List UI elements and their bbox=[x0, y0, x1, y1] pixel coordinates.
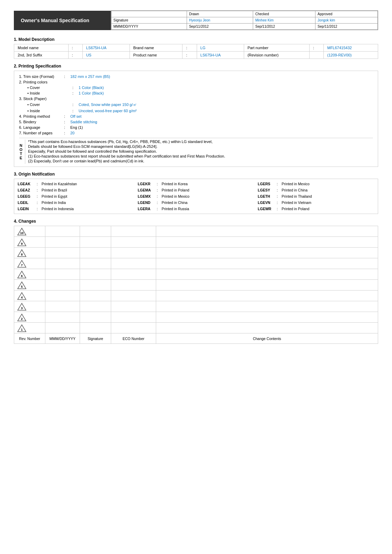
colon-lgema: : bbox=[157, 188, 162, 192]
code-lgers: LGERS bbox=[258, 182, 277, 186]
drawn-date: Sep/11/2012 bbox=[187, 24, 253, 30]
location-lgesy: Printed in China bbox=[282, 188, 308, 192]
colon-lgevn: : bbox=[277, 200, 282, 205]
rev-triangle-9: 9 bbox=[17, 238, 27, 246]
section4-title: 4. Changes bbox=[14, 219, 378, 224]
content-cell bbox=[156, 280, 378, 291]
date-label: MMM/DD/YYYY bbox=[111, 24, 187, 30]
triangle-icon: 6 bbox=[17, 270, 27, 279]
sig-cell bbox=[80, 312, 111, 323]
bindery-value: Saddle stitching bbox=[70, 120, 97, 124]
note-line-4: (1) Eco-hazardous substances test report… bbox=[28, 154, 225, 158]
triangle-icon: 7 bbox=[17, 260, 27, 268]
spec-trim-size: 1. Trim size (Format) : 182 mm x 257 mm … bbox=[19, 74, 373, 79]
model-name-label: Model name bbox=[14, 44, 69, 52]
location-lgevn: Printed in Vietnam bbox=[282, 200, 311, 205]
printing-spec-box: 1. Trim size (Format) : 182 mm x 257 mm … bbox=[14, 71, 378, 167]
svg-text:5: 5 bbox=[21, 285, 23, 288]
spec-pages: 7. Number of pages : 20 bbox=[19, 130, 373, 136]
signature-label: Signature bbox=[111, 17, 187, 24]
stock-cover-label: • Cover bbox=[27, 102, 72, 107]
content-cell bbox=[156, 269, 378, 280]
table-row: 2nd, 3rd Suffix : US Product name : LS67… bbox=[14, 52, 378, 59]
rev-triangle-3: 3 bbox=[17, 303, 27, 310]
revision-value: (1209-REV00) bbox=[323, 52, 378, 59]
stock-inside-colon: : bbox=[72, 109, 79, 113]
changes-footer: Rev. Number MMM/DD/YYYY Signature ECO Nu… bbox=[14, 333, 378, 344]
colon-lgein: : bbox=[37, 207, 42, 211]
pages-label: 7. Number of pages bbox=[19, 131, 64, 135]
content-cell bbox=[156, 291, 378, 301]
svg-text:7: 7 bbox=[21, 263, 23, 267]
section2-title: 2. Printing Specification bbox=[14, 64, 378, 69]
header-empty bbox=[111, 11, 187, 17]
code-lgemx: LGEMX bbox=[138, 194, 157, 198]
colon-lgeak: : bbox=[37, 182, 42, 186]
changes-section: 10 9 8 7 bbox=[14, 226, 378, 344]
spec-inside-color: • Inside : 1 Color (Black) bbox=[19, 90, 373, 96]
content-cell bbox=[156, 226, 378, 237]
date-cell bbox=[45, 312, 80, 323]
stock-cover-colon: : bbox=[72, 102, 79, 107]
stock-inside-label: • Inside bbox=[27, 109, 72, 113]
bindery-colon: : bbox=[64, 120, 70, 124]
note-e: E bbox=[20, 156, 22, 160]
content-cell bbox=[156, 323, 378, 333]
changes-row: 6 bbox=[14, 269, 378, 280]
location-lgema: Printed in Poland bbox=[162, 188, 189, 192]
origin-lgend: LGEND : Printed in China bbox=[138, 200, 255, 205]
location-lgend: Printed in China bbox=[162, 200, 188, 205]
origin-lgewr: LGEWR : Printed in Poland bbox=[258, 206, 374, 212]
stock-inside-value: Uncoted, wood-free paper 60 g/m² bbox=[79, 109, 137, 113]
changes-row: 8 bbox=[14, 248, 378, 258]
triangle-icon: 1 bbox=[17, 324, 27, 332]
origin-lgevn: LGEVN : Printed in Vietnam bbox=[258, 200, 374, 205]
date-cell bbox=[45, 301, 80, 312]
inside-color-colon: : bbox=[72, 91, 79, 95]
location-lgeth: Printed in Thailand bbox=[282, 194, 312, 198]
content-cell bbox=[156, 301, 378, 312]
spec-language: 6. Language : Eng (1) bbox=[19, 125, 373, 130]
part-number-colon: : bbox=[309, 44, 323, 52]
header-meta-table: Drawn Checked Approved Signature Hyeonju… bbox=[111, 11, 378, 30]
code-lgesy: LGESY bbox=[258, 188, 277, 192]
cover-color-label: • Cover bbox=[27, 86, 72, 90]
note-lines: *This part contains Eco-hazardous substa… bbox=[28, 140, 225, 164]
note-t: T bbox=[20, 152, 22, 156]
trim-label: 1. Trim size (Format) bbox=[19, 74, 64, 79]
date-cell bbox=[45, 269, 80, 280]
note-o: O bbox=[19, 148, 23, 152]
triangle-icon: 3 bbox=[17, 303, 27, 311]
sig-cell bbox=[80, 258, 111, 269]
print-method-colon: : bbox=[64, 114, 70, 118]
stock-label: 3. Stock (Paper) bbox=[19, 97, 64, 101]
content-cell bbox=[156, 312, 378, 323]
eco-cell bbox=[111, 248, 156, 258]
eco-cell bbox=[111, 226, 156, 237]
location-lgeeg: Printed in Egypt bbox=[42, 194, 67, 198]
changes-row: 5 bbox=[14, 280, 378, 291]
content-cell bbox=[156, 248, 378, 258]
origin-lgers: LGERS : Printed in Mexico bbox=[258, 181, 374, 187]
approved-label: Approved bbox=[315, 11, 378, 17]
date-cell bbox=[45, 323, 80, 333]
product-name-value: LS675H-UA bbox=[197, 52, 244, 59]
rev-triangle-2: 2 bbox=[17, 313, 27, 321]
part-number-label: Part number bbox=[244, 44, 309, 52]
svg-text:3: 3 bbox=[21, 306, 23, 310]
colon-lgera: : bbox=[157, 207, 162, 211]
model-name-value: LS675H-UA bbox=[82, 44, 130, 52]
origin-lgein: LGEIN : Printed in Indonesia bbox=[18, 206, 134, 212]
colon-lgeaz: : bbox=[37, 188, 42, 192]
table-row: Model name : LS675H-UA Brand name : LG P… bbox=[14, 44, 378, 52]
code-lgeth: LGETH bbox=[258, 194, 277, 198]
spec-bindery: 5. Bindery : Saddle stitching bbox=[19, 119, 373, 125]
product-name-colon: : bbox=[182, 52, 197, 59]
eco-cell bbox=[111, 312, 156, 323]
bindery-label: 5. Bindery bbox=[19, 120, 64, 124]
title-text: Owner's Manual Specification bbox=[21, 18, 89, 23]
location-lgera: Printed in Russia bbox=[162, 207, 189, 211]
colon-lgend: : bbox=[157, 200, 162, 205]
svg-text:6: 6 bbox=[21, 274, 23, 278]
cover-color-colon: : bbox=[72, 86, 79, 90]
